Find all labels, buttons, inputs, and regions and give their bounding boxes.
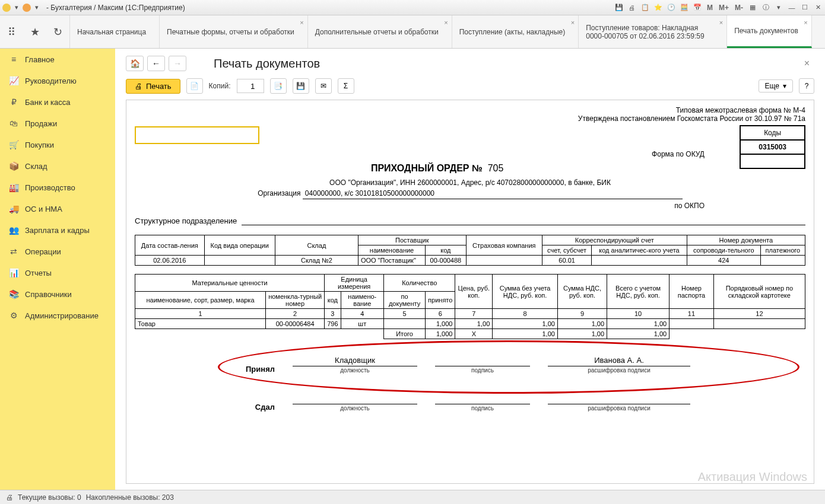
- sidebar-item-label: Производство: [25, 183, 75, 192]
- sidebar-item-label: Зарплата и кадры: [25, 226, 90, 235]
- sidebar-item-catalogs[interactable]: 📚Справочники: [0, 283, 115, 305]
- sidebar-item-label: Склад: [25, 162, 47, 171]
- forward-button[interactable]: →: [169, 56, 186, 71]
- sidebar-item-manager[interactable]: 📈Руководителю: [0, 70, 115, 91]
- dropdown-icon[interactable]: ▾: [774, 3, 783, 12]
- more-button[interactable]: Еще ▾: [759, 79, 793, 92]
- info-icon[interactable]: ⓘ: [761, 3, 770, 12]
- sidebar-item-operations[interactable]: ⇄Операции: [0, 241, 115, 262]
- print-icon[interactable]: 🖨: [627, 3, 637, 12]
- close-icon[interactable]: ✕: [813, 3, 823, 12]
- transfer-icon: ⇄: [8, 247, 19, 256]
- copy-icon[interactable]: 📋: [640, 3, 650, 12]
- sidebar-item-label: Отчеты: [25, 269, 52, 277]
- mem-m[interactable]: M: [706, 4, 714, 12]
- box-icon: 📦: [8, 161, 19, 171]
- save-button[interactable]: 💾: [293, 78, 309, 94]
- tab-home[interactable]: Начальная страница: [70, 15, 160, 48]
- tab-print-docs[interactable]: Печать документов×: [727, 15, 812, 48]
- sidebar: ≡Главное 📈Руководителю ₽Банк и касса 🛍Пр…: [0, 49, 115, 490]
- dropdown-icon[interactable]: ▾: [32, 3, 42, 12]
- help-button[interactable]: ?: [799, 78, 814, 94]
- document-area[interactable]: Типовая межотраслевая форма № М-4 Утверж…: [126, 100, 814, 484]
- home-button[interactable]: 🏠: [126, 56, 144, 71]
- content: 🏠 ← → Печать документов × 🖨 Печать 📄 Коп…: [115, 49, 825, 490]
- sidebar-item-sales[interactable]: 🛍Продажи: [0, 113, 115, 134]
- tabs-row: ⠿ ★ ↻ Начальная страница Печатные формы,…: [0, 15, 825, 49]
- sidebar-item-assets[interactable]: 🚚ОС и НМА: [0, 198, 115, 219]
- statusbar: 🖨 Текущие вызовы: 0 Накопленные вызовы: …: [0, 490, 825, 504]
- form-note: Типовая межотраслевая форма № М-4: [135, 106, 805, 114]
- sign-accepted: Принял Кладовщикдолжность подпись Иванов…: [135, 356, 805, 374]
- apps-icon[interactable]: ⠿: [4, 24, 20, 40]
- tab-addl-reports[interactable]: Дополнительные отчеты и обработки×: [308, 15, 452, 48]
- preview-button[interactable]: 📄: [186, 78, 203, 94]
- window-title: - Бухгалтерия / Максим (1С:Предприятие): [46, 4, 185, 12]
- status-accumulated: Накопленные вызовы: 203: [86, 493, 174, 502]
- gear-icon: ⚙: [8, 311, 19, 320]
- selection-highlight[interactable]: [135, 126, 259, 144]
- template-button[interactable]: 📑: [270, 78, 287, 94]
- minimize-icon[interactable]: —: [787, 3, 797, 12]
- mem-mplus[interactable]: M+: [718, 4, 730, 12]
- sidebar-item-admin[interactable]: ⚙Администрирование: [0, 305, 115, 326]
- sidebar-item-main[interactable]: ≡Главное: [0, 49, 115, 70]
- close-icon[interactable]: ×: [300, 19, 303, 26]
- sidebar-item-purchases[interactable]: 🛒Покупки: [0, 134, 115, 155]
- print-button[interactable]: 🖨 Печать: [126, 79, 180, 94]
- table-row: Товар 00-00006484 796 шт 1,000 1,00 1,00…: [135, 319, 805, 329]
- sign-gave: Сдал должность подпись расшифровка подпи…: [135, 394, 805, 412]
- printer-icon: 🖨: [6, 493, 13, 502]
- calc-icon[interactable]: 🧮: [680, 3, 689, 12]
- tab-receipts[interactable]: Поступление (акты, накладные)×: [452, 15, 579, 48]
- okpo-value: [740, 154, 805, 168]
- email-button[interactable]: ✉: [315, 78, 332, 94]
- sidebar-item-hr[interactable]: 👥Зарплата и кадры: [0, 219, 115, 241]
- sidebar-item-label: Продажи: [25, 119, 57, 128]
- copies-input[interactable]: [237, 79, 264, 93]
- goods-table: Материальные ценности Единица измерения …: [135, 274, 805, 339]
- truck-icon: 🚚: [8, 204, 19, 213]
- sidebar-item-bank[interactable]: ₽Банк и касса: [0, 91, 115, 113]
- sidebar-item-label: ОС и НМА: [25, 205, 62, 213]
- app-icon: [2, 4, 11, 12]
- history-icon[interactable]: 🕑: [667, 3, 676, 12]
- books-icon: 📚: [8, 289, 19, 299]
- close-icon[interactable]: ×: [571, 19, 575, 26]
- sum-button[interactable]: Σ: [338, 78, 354, 94]
- save-icon[interactable]: 💾: [614, 3, 624, 12]
- titlebar: ▾ ▾ - Бухгалтерия / Максим (1С:Предприят…: [0, 0, 825, 15]
- sidebar-item-label: Справочники: [25, 290, 72, 299]
- close-icon[interactable]: ×: [719, 19, 723, 26]
- factory-icon: 🏭: [8, 183, 19, 192]
- sidebar-item-label: Операции: [25, 247, 61, 256]
- history-icon[interactable]: ↻: [50, 24, 66, 40]
- status-current: Текущие вызовы: 0: [18, 493, 81, 502]
- panel-icon[interactable]: ▦: [748, 3, 757, 12]
- header-table: Дата состав-ления Код вида операции Скла…: [135, 235, 805, 266]
- okud-label: Форма по ОКУД: [135, 150, 805, 158]
- mem-mminus[interactable]: M-: [734, 4, 744, 12]
- sidebar-item-warehouse[interactable]: 📦Склад: [0, 155, 115, 177]
- favorite-icon[interactable]: ★: [27, 24, 43, 40]
- back-button[interactable]: ←: [147, 56, 165, 71]
- codes-header: Коды: [740, 126, 805, 140]
- table-row: 02.06.2016 Склад №2 ООО "Поставщик" 00-0…: [135, 256, 805, 266]
- okpo-label: по ОКПО: [135, 202, 805, 210]
- close-icon[interactable]: ×: [444, 19, 448, 26]
- maximize-icon[interactable]: ☐: [800, 3, 810, 12]
- sidebar-item-production[interactable]: 🏭Производство: [0, 177, 115, 198]
- menu-icon: ≡: [8, 55, 19, 64]
- close-button[interactable]: ×: [799, 58, 814, 69]
- calendar-icon[interactable]: 📅: [693, 3, 702, 12]
- document-title: ПРИХОДНЫЙ ОРДЕР № 705: [135, 163, 805, 174]
- org-line: Организация 040000000, к/с 3010181050000…: [135, 188, 805, 199]
- star-icon[interactable]: ⭐: [653, 3, 663, 12]
- close-icon[interactable]: ×: [804, 19, 807, 26]
- struct-line: [242, 216, 805, 225]
- tab-print-forms[interactable]: Печатные формы, отчеты и обработки×: [160, 15, 308, 48]
- sidebar-item-label: Главное: [25, 55, 55, 64]
- dropdown-icon[interactable]: ▾: [12, 3, 21, 12]
- sidebar-item-reports[interactable]: 📊Отчеты: [0, 262, 115, 283]
- tab-invoice[interactable]: Поступление товаров: Накладная 0000-0007…: [579, 15, 727, 48]
